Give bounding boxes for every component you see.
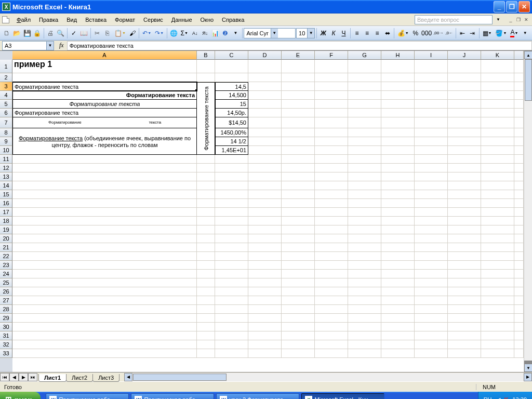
task-button-2[interactable]: WПрактическая рабо... — [131, 393, 214, 399]
cell[interactable]: 15 — [215, 100, 248, 109]
cell[interactable] — [415, 243, 448, 252]
cell[interactable] — [481, 314, 514, 323]
tab-nav-last[interactable]: ⏭ — [28, 373, 37, 381]
cell[interactable] — [12, 155, 197, 164]
cell[interactable] — [315, 60, 348, 73]
scroll-left-button[interactable]: ◀ — [124, 373, 132, 381]
help-search-input[interactable]: Введите вопрос — [415, 15, 493, 24]
cell[interactable] — [12, 270, 197, 278]
cell[interactable] — [415, 146, 448, 155]
cell[interactable] — [415, 252, 448, 261]
cell[interactable] — [415, 172, 448, 181]
cell[interactable] — [215, 155, 248, 164]
cell[interactable] — [215, 305, 248, 314]
cell[interactable] — [197, 60, 215, 73]
cell[interactable] — [415, 190, 448, 199]
cell[interactable] — [248, 314, 282, 323]
cell[interactable] — [197, 349, 215, 358]
redo-button[interactable]: ↷▼ — [153, 28, 165, 39]
cell[interactable] — [197, 181, 215, 190]
cell[interactable] — [381, 314, 415, 323]
cell[interactable] — [248, 190, 282, 199]
cell[interactable] — [215, 314, 248, 323]
cell[interactable] — [315, 296, 348, 305]
cell[interactable] — [481, 91, 514, 100]
cell[interactable] — [315, 91, 348, 100]
cell[interactable] — [415, 60, 448, 73]
tray-icon-1[interactable]: ◀ — [496, 396, 500, 400]
row-header-11[interactable]: 11 — [0, 155, 12, 164]
menu-help[interactable]: Справка — [218, 15, 248, 24]
underline-button[interactable]: Ч — [339, 28, 349, 39]
cell[interactable] — [197, 296, 215, 305]
cell[interactable] — [481, 172, 514, 181]
row-header-18[interactable]: 18 — [0, 217, 12, 225]
cell[interactable] — [248, 91, 282, 100]
cell[interactable] — [215, 278, 248, 287]
cell[interactable] — [282, 234, 315, 243]
cell[interactable] — [381, 146, 415, 155]
cell[interactable] — [415, 109, 448, 117]
cell[interactable] — [315, 270, 348, 278]
cell[interactable] — [282, 252, 315, 261]
cell[interactable] — [481, 340, 514, 349]
cell[interactable] — [348, 217, 381, 225]
cell[interactable] — [248, 217, 282, 225]
cell[interactable] — [448, 100, 481, 109]
cell[interactable] — [381, 252, 415, 261]
cell[interactable] — [315, 314, 348, 323]
cell[interactable] — [481, 243, 514, 252]
cell[interactable] — [381, 181, 415, 190]
cell[interactable] — [381, 82, 415, 91]
cell[interactable] — [197, 270, 215, 278]
cell[interactable] — [12, 331, 197, 340]
cell[interactable] — [448, 199, 481, 208]
row-header-3[interactable]: 3 — [0, 82, 12, 91]
cell[interactable] — [348, 117, 381, 128]
cell[interactable] — [248, 323, 282, 331]
cell[interactable] — [12, 217, 197, 225]
cell[interactable]: пример 1 — [12, 60, 197, 73]
menu-file[interactable]: Файл — [12, 15, 35, 24]
cell[interactable] — [348, 323, 381, 331]
row-header-12[interactable]: 12 — [0, 164, 12, 172]
cell[interactable] — [248, 100, 282, 109]
cell[interactable] — [448, 287, 481, 296]
cell[interactable] — [12, 73, 197, 82]
cell[interactable] — [348, 199, 381, 208]
cell[interactable] — [12, 190, 197, 199]
cell[interactable] — [315, 217, 348, 225]
cell[interactable] — [481, 117, 514, 128]
cell[interactable] — [348, 181, 381, 190]
cell[interactable] — [215, 252, 248, 261]
autosum-button[interactable]: Σ▼ — [179, 28, 190, 39]
tab-nav-next[interactable]: ▶ — [19, 373, 28, 381]
cell[interactable] — [481, 331, 514, 340]
cell[interactable] — [448, 73, 481, 82]
cell[interactable] — [448, 349, 481, 358]
cell[interactable] — [248, 349, 282, 358]
row-header-27[interactable]: 27 — [0, 296, 12, 305]
menu-insert[interactable]: Вставка — [81, 15, 111, 24]
horizontal-scrollbar[interactable]: ◀ ▶ — [124, 373, 532, 381]
cut-button[interactable]: ✂ — [92, 28, 102, 39]
cell[interactable] — [381, 349, 415, 358]
cell[interactable] — [282, 172, 315, 181]
cell[interactable] — [448, 234, 481, 243]
cell[interactable] — [348, 155, 381, 164]
cell[interactable] — [348, 73, 381, 82]
cell[interactable] — [481, 305, 514, 314]
cell[interactable] — [348, 252, 381, 261]
cell[interactable] — [448, 208, 481, 217]
cell[interactable] — [315, 225, 348, 234]
fill-color-button[interactable]: 🪣▼ — [494, 28, 508, 39]
menu-view[interactable]: Вид — [62, 15, 81, 24]
task-button-3[interactable]: Wурок 2 Форматирова... — [216, 393, 299, 399]
menu-format[interactable]: Формат — [111, 15, 139, 24]
hyperlink-button[interactable]: 🌐 — [169, 28, 179, 39]
row-header-17[interactable]: 17 — [0, 208, 12, 217]
merged-cell-a8[interactable]: Форматирование текста (объедиинение ячее… — [12, 128, 197, 155]
cell[interactable] — [197, 190, 215, 199]
cell[interactable] — [282, 314, 315, 323]
col-header-D[interactable]: D — [248, 51, 282, 60]
